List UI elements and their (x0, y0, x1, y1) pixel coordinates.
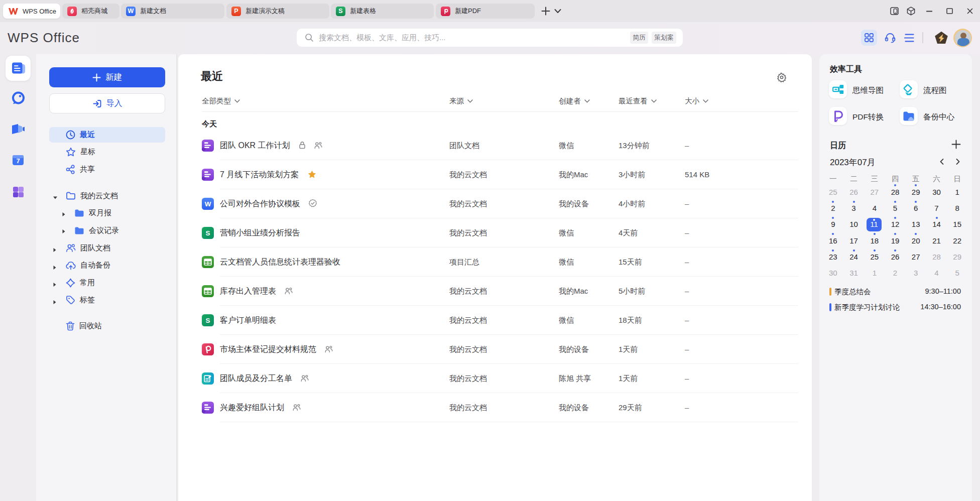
svg-text:S: S (205, 317, 210, 324)
svg-text:7: 7 (16, 157, 20, 165)
svg-text:S: S (205, 229, 210, 237)
svg-text:W: W (205, 200, 211, 208)
